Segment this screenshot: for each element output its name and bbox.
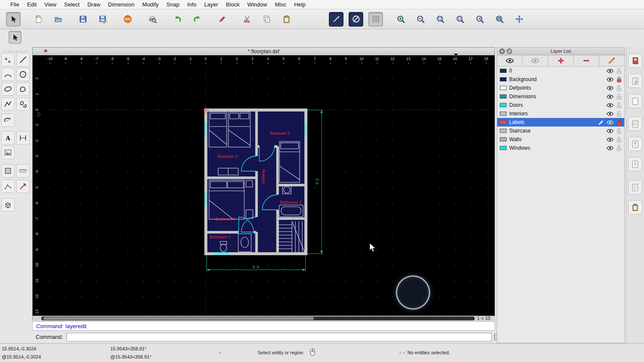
layer-visibility-eye-icon[interactable]: [606, 135, 614, 144]
polyline-edit-tool[interactable]: [1, 180, 15, 193]
zoom-previous-button[interactable]: [472, 12, 487, 27]
drawing-canvas[interactable]: 6.4 9.2 Bedroom 3 Bedroom 2 Bedroom 1 Ba…: [41, 64, 489, 316]
isometric-tool[interactable]: [1, 198, 15, 211]
svg-export-button[interactable]: SVG: [120, 12, 135, 27]
line-tool[interactable]: [16, 53, 30, 66]
menu-item-view[interactable]: View: [40, 1, 60, 8]
print-preview-button[interactable]: [145, 12, 160, 27]
layer-row-background[interactable]: Background: [497, 75, 624, 84]
layer-color-swatch[interactable]: [500, 129, 507, 133]
save-button[interactable]: [76, 12, 90, 27]
add-layer-button[interactable]: [548, 55, 574, 66]
layer-color-swatch[interactable]: [500, 112, 507, 116]
dock-clipboard-button[interactable]: [628, 200, 642, 214]
menu-item-layer[interactable]: Layer: [200, 1, 222, 8]
zoom-out-button[interactable]: [413, 12, 428, 27]
layer-visibility-eye-icon[interactable]: [606, 127, 614, 136]
menu-item-window[interactable]: Window: [243, 1, 271, 8]
draft-mode-button[interactable]: [349, 12, 363, 27]
palette-drag-handle[interactable]: [3, 51, 28, 52]
dock-columns-button[interactable]: [628, 157, 642, 171]
layer-lock-icon[interactable]: [615, 75, 623, 84]
layer-lock-icon[interactable]: [615, 92, 623, 101]
layer-lock-icon[interactable]: [615, 144, 623, 153]
scrollbar-thumb[interactable]: [43, 317, 314, 320]
point-tool[interactable]: [1, 53, 15, 66]
layer-lock-icon[interactable]: [615, 84, 623, 93]
copy-button[interactable]: [259, 12, 274, 27]
ellipse-arc-tool[interactable]: [1, 114, 15, 127]
hide-all-layers-button[interactable]: [522, 55, 548, 66]
layer-lock-icon[interactable]: [615, 127, 623, 136]
select-pointer-button[interactable]: [9, 31, 21, 44]
menu-item-snap[interactable]: Snap: [163, 1, 183, 8]
dock-entity-list-button[interactable]: [628, 117, 642, 131]
layer-lock-icon[interactable]: [615, 66, 623, 75]
layer-visibility-eye-icon[interactable]: [606, 101, 614, 110]
paste-button[interactable]: [279, 12, 294, 27]
polyline-tool[interactable]: [1, 97, 15, 111]
remove-layer-button[interactable]: [574, 55, 599, 66]
layer-visibility-eye-icon[interactable]: [606, 109, 614, 118]
polygon-tool[interactable]: [16, 97, 30, 111]
dock-block-list-button[interactable]: [628, 74, 642, 88]
arc-tool[interactable]: [1, 68, 15, 81]
layer-visibility-eye-icon[interactable]: [606, 144, 614, 153]
menu-item-draw[interactable]: Draw: [83, 1, 104, 8]
attributes-pen-button[interactable]: [304, 12, 319, 27]
scrollbar-track[interactable]: [41, 317, 475, 320]
dock-notes-button[interactable]: [628, 180, 642, 194]
menu-item-help[interactable]: Help: [290, 1, 310, 8]
layer-row-defpoints[interactable]: Defpoints: [497, 84, 624, 92]
spline-tool[interactable]: [16, 82, 30, 96]
undo-button[interactable]: [170, 12, 185, 27]
command-input[interactable]: [67, 333, 492, 341]
pan-arrows-button[interactable]: [512, 12, 526, 27]
menu-item-file[interactable]: File: [6, 1, 23, 8]
menu-item-dimension[interactable]: Dimension: [104, 1, 138, 8]
dock-library-browser-button[interactable]: [628, 54, 642, 68]
layer-visibility-eye-icon[interactable]: [606, 75, 614, 84]
new-document-button[interactable]: [31, 12, 46, 27]
layer-row-staircase[interactable]: Staircase: [497, 127, 624, 135]
menu-item-block[interactable]: Block: [222, 1, 243, 8]
dock-plain-page-button[interactable]: [628, 94, 642, 108]
layer-color-swatch[interactable]: [500, 69, 507, 73]
layer-color-swatch[interactable]: [500, 86, 507, 90]
menu-item-edit[interactable]: Edit: [23, 1, 40, 8]
layer-color-swatch[interactable]: [500, 77, 507, 81]
menu-item-misc[interactable]: Misc: [271, 1, 290, 8]
layer-visibility-eye-icon[interactable]: [606, 118, 614, 127]
layer-color-swatch[interactable]: [500, 94, 507, 99]
edit-layer-button[interactable]: [599, 55, 624, 66]
select-tool-button[interactable]: [6, 12, 21, 27]
layer-row-0[interactable]: 0: [497, 66, 624, 75]
layer-row-interiors[interactable]: Interiors: [497, 109, 624, 118]
layer-lock-icon[interactable]: [615, 109, 623, 118]
layer-row-dimensions[interactable]: Dimensions: [497, 92, 624, 101]
layer-lock-icon[interactable]: [615, 135, 623, 144]
line-attributes-button[interactable]: [329, 12, 343, 27]
layer-visibility-eye-icon[interactable]: [606, 66, 614, 75]
layer-row-doors[interactable]: Doors: [497, 101, 624, 109]
layer-color-swatch[interactable]: [500, 137, 507, 142]
layer-color-swatch[interactable]: [500, 103, 507, 107]
menu-item-modify[interactable]: Modify: [138, 1, 162, 8]
image-tool[interactable]: [1, 146, 15, 159]
layer-visibility-eye-icon[interactable]: [606, 92, 614, 101]
explode-tool[interactable]: [16, 180, 30, 193]
layer-lock-icon[interactable]: [615, 118, 623, 127]
zoom-in-button[interactable]: [393, 12, 408, 27]
layer-visibility-eye-icon[interactable]: [606, 84, 614, 93]
layer-color-swatch[interactable]: [500, 146, 507, 150]
menu-item-info[interactable]: Info: [183, 1, 200, 8]
text-tool[interactable]: A: [1, 131, 15, 145]
redo-button[interactable]: [190, 12, 204, 27]
document-title-bar[interactable]: * floorplan.dxf: [33, 48, 495, 55]
save-as-button[interactable]: [95, 12, 110, 27]
layer-row-windows[interactable]: Windows: [497, 144, 624, 152]
grid-snap-button[interactable]: [368, 12, 383, 27]
layer-color-swatch[interactable]: [500, 120, 507, 124]
hatch-tool[interactable]: [1, 164, 15, 178]
pen-edit-button[interactable]: [215, 12, 229, 27]
